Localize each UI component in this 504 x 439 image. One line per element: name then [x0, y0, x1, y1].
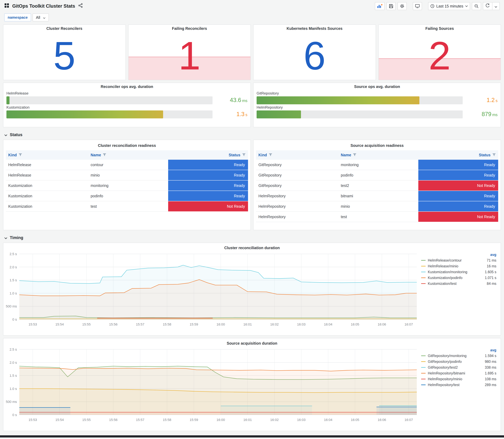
- time-series-plot[interactable]: 15:5315:5415:5515:5615:5715:5815:5916:00…: [5, 251, 420, 328]
- stat-value: 5: [3, 32, 125, 80]
- series-color-dash: [421, 361, 426, 362]
- svg-text:15:57: 15:57: [136, 322, 144, 326]
- gauge-bar: [6, 110, 163, 118]
- series-name[interactable]: Kustomization/test: [428, 282, 479, 286]
- table-cell: test: [88, 201, 168, 212]
- series-avg-value: 108 ms: [479, 377, 496, 381]
- series-color-dash: [421, 278, 426, 278]
- gauge-value: 1.2s: [467, 97, 498, 104]
- table-header-row: KindNameStatus: [256, 150, 498, 160]
- series-name[interactable]: Kustomization/monitoring: [428, 270, 479, 274]
- legend-item[interactable]: GitRepository/podinfo980 ms: [421, 359, 496, 365]
- table-row: GitRepositorypodinfoReady: [256, 170, 498, 180]
- svg-text:500 ms: 500 ms: [6, 305, 17, 308]
- legend-item[interactable]: HelmRelease/minio16 ms: [421, 263, 496, 269]
- svg-text:2.5 s: 2.5 s: [10, 252, 17, 256]
- series-color-dash: [421, 283, 426, 284]
- gear-icon: [400, 4, 404, 8]
- legend-item[interactable]: Kustomization/test84 ms: [421, 281, 496, 286]
- status-cell: Ready: [168, 180, 248, 191]
- series-avg-value: 980 ms: [479, 360, 496, 364]
- panel-title[interactable]: Source ops avg. duration: [257, 83, 498, 90]
- table-row: GitRepositorytest2Not Ready: [256, 180, 498, 191]
- series-color-dash: [421, 260, 426, 261]
- series-name[interactable]: GitRepository/monitoring: [428, 354, 479, 358]
- readiness-table: KindNameStatus HelmReleasecontourReadyHe…: [6, 150, 248, 212]
- panel-title[interactable]: Failing Sources: [379, 25, 501, 32]
- dashboard-settings-button[interactable]: [397, 2, 407, 10]
- section-row-timing[interactable]: Timing: [3, 233, 501, 243]
- status-badge: Not Ready: [168, 201, 248, 211]
- filter-icon[interactable]: [19, 153, 22, 157]
- series-name[interactable]: HelmRepository/minio: [428, 377, 479, 381]
- time-range-picker[interactable]: Last 15 minutes: [428, 2, 470, 10]
- svg-text:500 ms: 500 ms: [6, 400, 17, 404]
- column-header-name[interactable]: Name: [88, 150, 168, 160]
- svg-text:15:56: 15:56: [109, 322, 118, 326]
- dashboards-grid-icon[interactable]: [4, 3, 9, 9]
- series-name[interactable]: GitRepository/test2: [428, 366, 479, 370]
- filter-icon[interactable]: [103, 153, 106, 157]
- series-name[interactable]: HelmRelease/minio: [428, 264, 479, 268]
- zoom-out-time-button[interactable]: [472, 2, 481, 10]
- legend-item[interactable]: HelmRepository/minio108 ms: [421, 376, 496, 382]
- series-name[interactable]: Kustomization/podinfo: [428, 276, 479, 280]
- add-panel-button[interactable]: [375, 2, 385, 10]
- legend-item[interactable]: GitRepository/test2338 ms: [421, 365, 496, 370]
- panel-title[interactable]: Reconciler ops avg. duration: [6, 83, 247, 90]
- tv-cycle-view-button[interactable]: [413, 2, 422, 10]
- column-header-status[interactable]: Status: [418, 150, 498, 160]
- filter-icon[interactable]: [492, 153, 496, 157]
- status-badge: Not Ready: [418, 181, 498, 191]
- status-badge: Ready: [168, 181, 248, 191]
- series-name[interactable]: HelmRelease/contour: [428, 258, 479, 262]
- filter-icon[interactable]: [242, 153, 246, 157]
- series-avg-value: 1.594 s: [479, 354, 496, 358]
- series-color-dash: [421, 367, 426, 368]
- table-cell: test2: [338, 180, 418, 191]
- column-header-kind[interactable]: Kind: [256, 150, 338, 160]
- variable-value-dropdown[interactable]: All: [33, 13, 49, 21]
- panel-title[interactable]: Cluster reconciliation readiness: [6, 142, 248, 149]
- series-avg-value: 289 ms: [479, 383, 496, 387]
- svg-text:2.5 s: 2.5 s: [10, 348, 17, 351]
- panel-title[interactable]: Failing Reconcilers: [129, 25, 251, 32]
- panel-title[interactable]: Cluster reconciliation duration: [5, 244, 499, 251]
- gauge-track: [6, 110, 212, 118]
- filter-icon[interactable]: [269, 153, 272, 157]
- panel-title[interactable]: Source acquisition readiness: [256, 142, 498, 149]
- table-cell: Kustomization: [6, 180, 88, 191]
- legend-item[interactable]: HelmRelease/contour71 ms: [421, 257, 496, 263]
- time-range-label: Last 15 minutes: [436, 4, 464, 8]
- stat-panel-cluster-reconcilers: Cluster Reconcilers 5: [3, 24, 126, 80]
- legend-avg-header: avg: [421, 253, 496, 257]
- legend-item[interactable]: GitRepository/monitoring1.594 s: [421, 353, 496, 359]
- panel-title[interactable]: Cluster Reconcilers: [3, 25, 125, 32]
- series-color-dash: [421, 272, 426, 272]
- column-header-name[interactable]: Name: [338, 150, 418, 160]
- column-header-kind[interactable]: Kind: [6, 150, 88, 160]
- svg-text:1.5 s: 1.5 s: [10, 374, 17, 378]
- save-dashboard-button[interactable]: [386, 2, 396, 10]
- panel-title[interactable]: Kubernetes Manifests Sources: [254, 25, 376, 32]
- series-name[interactable]: GitRepository/podinfo: [428, 360, 479, 364]
- series-name[interactable]: HelmRepository/test: [428, 383, 479, 387]
- series-name[interactable]: HelmRepository/bitnami: [428, 371, 479, 375]
- share-icon[interactable]: [78, 3, 83, 9]
- stat-value: 2: [379, 32, 501, 80]
- legend-item[interactable]: HelmRepository/bitnami1.695 s: [421, 370, 496, 376]
- svg-text:15:54: 15:54: [55, 322, 64, 326]
- legend-item[interactable]: HelmRepository/test289 ms: [421, 382, 496, 388]
- column-header-status[interactable]: Status: [168, 150, 248, 160]
- refresh-interval-dropdown[interactable]: [492, 2, 499, 10]
- panel-title[interactable]: Source acquisition duration: [5, 340, 499, 347]
- bar-gauge-row: HelmRelease 43.6ms: [6, 91, 247, 104]
- svg-text:16:03: 16:03: [297, 322, 306, 326]
- table-cell: Kustomization: [6, 201, 88, 212]
- filter-icon[interactable]: [353, 153, 356, 157]
- legend-item[interactable]: Kustomization/monitoring1.605 s: [421, 269, 496, 275]
- section-row-status[interactable]: Status: [3, 130, 501, 140]
- refresh-dashboard-button[interactable]: [483, 2, 492, 10]
- legend-item[interactable]: Kustomization/podinfo1.071 s: [421, 275, 496, 281]
- time-series-plot[interactable]: 15:5315:5415:5515:5615:5715:5815:5916:00…: [5, 347, 420, 423]
